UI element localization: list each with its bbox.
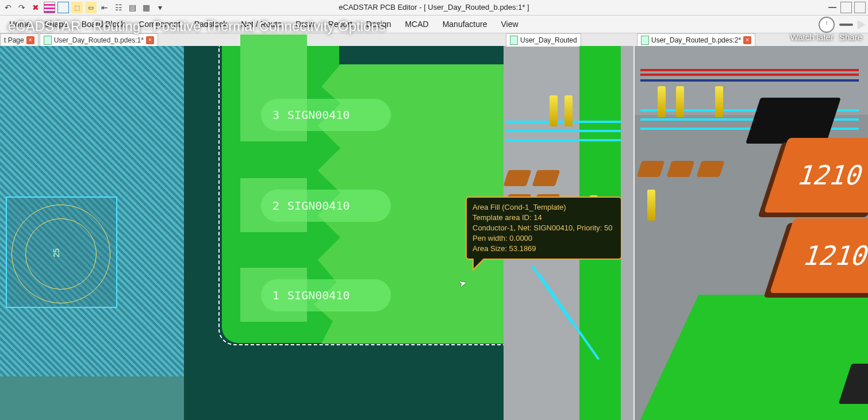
progress-icon — [839, 24, 853, 26]
document-icon — [510, 36, 518, 45]
highlight-icon[interactable]: ▭ — [85, 2, 97, 13]
via-post-3d — [715, 86, 723, 117]
clock-icon[interactable] — [819, 17, 835, 33]
via-post-3d — [550, 95, 558, 126]
measure-icon[interactable]: ⇤ — [99, 2, 110, 13]
trace — [506, 130, 621, 132]
board-gap — [339, 46, 504, 64]
tab-label: t Page — [4, 36, 24, 44]
video-title-overlay: eCADSTAR - Routing - Positive Thermal Co… — [8, 18, 386, 34]
via-post-3d — [647, 190, 655, 221]
trace — [640, 79, 859, 82]
net-label-pill[interactable]: 2 SIGN00410 — [261, 190, 391, 222]
tooltip-line: Area Fill (Cond-1_Template) — [473, 202, 615, 213]
tab-user-day-routed-1[interactable]: User_Day_Routed_b.pdes:1* × — [40, 33, 158, 47]
quick-access-toolbar: ↶ ↷ ✖ ⬚ ▭ ⇤ ☷ ▤ ▦ ▾ — [0, 0, 168, 15]
tab-user-day-routed-2[interactable]: User_Day_Routed — [506, 33, 581, 47]
net-label-pill[interactable]: 3 SIGN00410 — [261, 99, 391, 131]
smd-component-3d — [532, 170, 560, 186]
trace — [640, 74, 859, 76]
tooltip-line: Pen width: 0.0000 — [473, 233, 615, 244]
more-tools-dropdown-icon[interactable]: ▾ — [154, 2, 166, 13]
document-icon — [44, 36, 52, 45]
zoom-window-icon[interactable] — [57, 2, 69, 13]
tab-label: User_Day_Routed_b.pdes:2* — [651, 36, 741, 44]
watch-later-button[interactable]: Watch later — [790, 32, 834, 45]
smd-pad[interactable] — [240, 34, 307, 88]
menu-manufacture[interactable]: Manufacture — [436, 17, 494, 31]
close-icon[interactable]: × — [743, 36, 751, 44]
net-name: SIGN00410 — [287, 199, 349, 213]
via-label: 25 — [52, 248, 61, 257]
close-icon[interactable]: × — [26, 36, 34, 44]
trace — [506, 121, 621, 123]
hover-tooltip: Area Fill (Cond-1_Template) Template are… — [466, 196, 622, 260]
restore-child-icon[interactable] — [840, 2, 852, 13]
editor-canvas[interactable]: 25 3 SIGN00410 2 SIGN00410 1 SIGN00410 ➤… — [0, 46, 868, 420]
viewport-main-2d[interactable]: 3 SIGN00410 2 SIGN00410 1 SIGN00410 ➤ — [184, 46, 504, 420]
smd-component-3d — [503, 170, 531, 186]
drc-icon[interactable]: ▦ — [140, 2, 152, 13]
window-controls — [824, 0, 868, 15]
close-child-icon[interactable] — [854, 2, 866, 13]
document-icon — [641, 36, 649, 45]
tab-label: User_Day_Routed_b.pdes:1* — [54, 36, 144, 44]
tab-user-day-routed-3[interactable]: User_Day_Routed_b.pdes:2* × — [637, 33, 755, 47]
select-icon[interactable]: ⬚ — [71, 2, 83, 13]
via-post-3d — [658, 86, 666, 117]
pin-index: 1 — [272, 288, 279, 302]
delete-icon[interactable]: ✖ — [30, 2, 41, 13]
layers-icon[interactable]: ☷ — [113, 2, 124, 13]
tooltip-line: Area Size: 53.1869 — [473, 244, 615, 254]
net-label-pill[interactable]: 1 SIGN00410 — [261, 279, 391, 311]
tab-label: User_Day_Routed — [520, 36, 577, 44]
grid-icon[interactable] — [44, 2, 55, 13]
via-inner-circle — [25, 218, 97, 290]
tooltip-line: Conductor-1, Net: SIGN00410, Priority: 5… — [473, 223, 615, 233]
tooltip-line: Template area ID: 14 — [473, 213, 615, 223]
youtube-overlay: Watch later Share — [785, 31, 868, 46]
viewport-left[interactable]: 25 — [0, 46, 184, 420]
net-name: SIGN00410 — [287, 108, 349, 122]
undo-icon[interactable]: ↶ — [2, 2, 14, 13]
menu-mcad[interactable]: MCAD — [398, 17, 435, 31]
ic-chip-3d — [746, 98, 841, 144]
forward-icon[interactable] — [858, 20, 866, 29]
tab-start-page[interactable]: t Page × — [0, 33, 39, 47]
window-title: eCADSTAR PCB Editor - [ User_Day_Routed_… — [339, 3, 529, 11]
net-name: SIGN00410 — [287, 288, 349, 302]
redo-icon[interactable]: ↷ — [16, 2, 28, 13]
trace — [506, 139, 621, 141]
via-post-3d — [676, 86, 684, 117]
trace — [640, 69, 859, 71]
report-icon[interactable]: ▤ — [126, 2, 138, 13]
minimize-child-icon[interactable] — [827, 2, 838, 13]
window-titlebar: ↶ ↷ ✖ ⬚ ▭ ⇤ ☷ ▤ ▦ ▾ eCADSTAR PCB Editor … — [0, 0, 868, 16]
close-icon[interactable]: × — [146, 36, 154, 44]
via-post-3d — [564, 95, 573, 126]
pin-index: 3 — [272, 108, 279, 122]
share-button[interactable]: Share — [839, 32, 862, 45]
menu-view[interactable]: View — [494, 17, 525, 31]
viewport-3d-b[interactable]: User_Day_Routed_b.pdes:2* × 1210 1210 — [635, 46, 868, 420]
pin-index: 2 — [272, 199, 279, 213]
